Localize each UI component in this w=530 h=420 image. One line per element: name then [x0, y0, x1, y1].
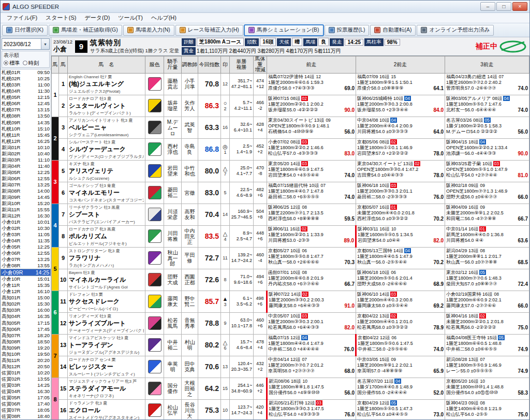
race-list-item[interactable]: 高知01R15:00 — [1, 295, 51, 301]
race-list-item[interactable]: 高知06R17:45 — [1, 326, 51, 332]
race-list-item[interactable]: 佐賀04R16:30 — [1, 388, 51, 395]
prev-race-name: 中京04/14 12頭 — [268, 357, 300, 362]
race-list-item[interactable]: 小倉05R12:25 — [1, 244, 51, 250]
race-list-item[interactable]: 高知04R16:35 — [1, 313, 51, 320]
race-time: 20:20 — [37, 358, 50, 363]
race-list-item[interactable]: 小倉01R10:01 — [1, 219, 51, 225]
prev-race-cell: 阪神03/11 16頭101勝芝1600m⑤⑤0.5 1:34.5岩田望来54.… — [356, 225, 445, 247]
menu-item-3[interactable]: ツール(T) — [114, 13, 147, 23]
race-list-item[interactable]: 小倉04R11:35 — [1, 238, 51, 244]
prev-race-name: 新潟05/21石打特 12頭 — [269, 400, 315, 405]
race-list-item[interactable]: 小倉08R13:55 — [1, 263, 51, 269]
toolbar-button-2[interactable]: 馬場差入力(N) — [123, 25, 174, 36]
race-list-item[interactable]: 札幌08R13:50 — [1, 113, 51, 119]
toolbar-button-3[interactable]: レース毎補正入力(H) — [175, 25, 243, 36]
sire-line: ドレフォン 牡3 栗 — [69, 292, 144, 297]
race-list-item[interactable]: 札幌05R12:15 — [1, 94, 51, 100]
race-list-item[interactable]: 高知08R18:50 — [1, 338, 51, 344]
race-list-item[interactable]: 高知02R15:30 — [1, 301, 51, 307]
popularity-rank: 11 — [222, 255, 229, 260]
race-list-item[interactable]: 高知09R19:20 — [1, 344, 51, 351]
race-list-item[interactable]: 札幌03R11:00 — [1, 82, 51, 88]
race-list-item[interactable]: 佐賀07R18:05 — [1, 407, 51, 413]
menu-item-2[interactable]: データ(D) — [81, 13, 114, 23]
race-list-item[interactable]: 札幌12R16:25 — [1, 138, 51, 144]
race-list-item[interactable]: 小倉12R16:10 — [1, 288, 51, 295]
race-list-item[interactable]: 新潟04R11:40 — [1, 163, 51, 169]
race-list-item[interactable]: 新潟08R14:00 — [1, 188, 51, 194]
finish-badge: 02 — [414, 161, 420, 166]
race-list-item[interactable]: 小倉10R15:01 — [1, 276, 51, 282]
race-list-item[interactable]: 小倉09R14:25 — [1, 269, 51, 276]
menu-item-1[interactable]: スタート(S) — [41, 13, 80, 23]
jockey-cell: 団野大成 — [164, 269, 182, 291]
race-list-item[interactable]: 高知10R19:50 — [1, 351, 51, 357]
chevron-down-icon[interactable]: ▼ — [41, 39, 49, 49]
menu-item-4[interactable]: ヘルプ(H) — [147, 13, 181, 23]
race-list-item[interactable]: 高知03R16:00 — [1, 307, 51, 313]
race-time: 12:45 — [37, 101, 50, 106]
menu-item-0[interactable]: ファイル(F) — [3, 13, 41, 23]
race-list-item[interactable]: 佐賀08R18:40 — [1, 413, 51, 419]
toolbar-button-4[interactable]: 馬券シミュレーション(B) — [244, 25, 323, 36]
rate-label: 馬柱率 — [364, 38, 384, 46]
race-list-item[interactable]: 新潟09R14:45 — [1, 194, 51, 200]
race-list-item[interactable]: 新潟07R13:25 — [1, 182, 51, 188]
toolbar-button-0[interactable]: 日付選択(K) — [2, 25, 48, 36]
prev-race-cell: 阪神06/11 16頭021勝芝1600m②②0.1 1:33.9川田将雅53.… — [267, 225, 356, 247]
calendar-icon — [6, 27, 12, 33]
race-list-item[interactable]: 佐賀06R17:40 — [1, 401, 51, 407]
race-list-item[interactable]: 佐賀02R13:55 — [1, 376, 51, 382]
prev-race-name: 名古屋07/20 11頭 — [357, 379, 393, 384]
prev-race-detail: 1勝芝1800m⑥⑥0.9 1:47.5 — [268, 167, 355, 172]
toolbar-button-5[interactable]: 投票履歴(L) — [325, 25, 370, 36]
race-list-item[interactable]: 札幌11R15:45 — [1, 132, 51, 138]
race-list-item[interactable]: 小倉07R13:25 — [1, 256, 51, 263]
race-list-item[interactable]: 新潟06R12:55 — [1, 176, 51, 182]
race-list-item[interactable]: 小倉11R15:35 — [1, 282, 51, 288]
race-list-item[interactable]: 高知07R18:20 — [1, 332, 51, 338]
race-list-item[interactable]: 小倉03R11:05 — [1, 231, 51, 238]
toolbar-button-7[interactable]: オンライン予想出力済み — [417, 25, 494, 36]
race-list-item[interactable]: 札幌06R12:45 — [1, 100, 51, 107]
close-button[interactable]: × — [512, 2, 527, 11]
race-list-item[interactable]: 札幌09R14:35 — [1, 119, 51, 125]
race-title: 筑紫特別 — [90, 38, 179, 48]
race-list-item[interactable]: 札幌04R11:30 — [1, 88, 51, 94]
race-list-item[interactable]: 新潟03R11:10 — [1, 156, 51, 163]
race-list-item[interactable]: 高知11R20:20 — [1, 357, 51, 363]
race-list-item[interactable]: 小倉02R10:30 — [1, 225, 51, 231]
order-radio-time[interactable]: 時刻 — [23, 60, 39, 67]
silks-icon — [148, 251, 161, 265]
toolbar-button-6[interactable]: 自動運転(A) — [370, 25, 416, 36]
race-list-item[interactable]: 札幌10R15:10 — [1, 125, 51, 132]
race-list-item[interactable]: 札幌07R13:15 — [1, 107, 51, 113]
race-list-item[interactable]: 佐賀03R14:25 — [1, 382, 51, 388]
horse-name: ベルビーニャ — [69, 123, 144, 132]
race-venue: 小倉 — [53, 45, 72, 54]
race-list-item[interactable]: 新潟01R10:10 — [1, 144, 51, 150]
maximize-button[interactable]: □ — [496, 2, 511, 11]
toolbar-button-1[interactable]: 馬場差・補正値取得(G) — [49, 25, 122, 36]
race-list-item[interactable]: 佐賀01R10:20 — [1, 370, 51, 376]
race-list-item[interactable]: 新潟02R10:40 — [1, 150, 51, 156]
race-list-item[interactable]: 佐賀05R17:05 — [1, 395, 51, 401]
race-list-item[interactable]: 札幌02R10:25 — [1, 76, 51, 82]
race-list-item[interactable]: 札幌01R09:50 — [1, 69, 51, 76]
date-select[interactable]: 2023/08/12 ▼ — [2, 38, 50, 50]
popularity-rank: 1 — [222, 150, 229, 155]
race-list-item[interactable]: 高知05R17:15 — [1, 320, 51, 326]
race-list-item[interactable]: 新潟10R15:20 — [1, 200, 51, 207]
race-list-item[interactable]: 新潟12R16:30 — [1, 213, 51, 219]
race-list-item[interactable]: 新潟05R12:25 — [1, 169, 51, 176]
minimize-button[interactable]: – — [480, 2, 495, 11]
popularity-rank: 4 — [222, 237, 229, 242]
race-list-item[interactable]: 小倉06R12:55 — [1, 250, 51, 256]
race-list-item[interactable]: 高知12R20:50 — [1, 363, 51, 369]
order-radio-standard[interactable]: 標準 — [4, 60, 20, 67]
race-list-item[interactable]: 新潟11R15:55 — [1, 207, 51, 213]
table-row: 12リオンディーズ 牡3 鹿サンライズブルートテーオーヴィーナス(ディープインパ… — [52, 312, 529, 334]
silks-icon — [148, 360, 161, 373]
race-time: 19:20 — [37, 345, 50, 351]
jockey-cell: 西村淳也 — [164, 138, 182, 160]
